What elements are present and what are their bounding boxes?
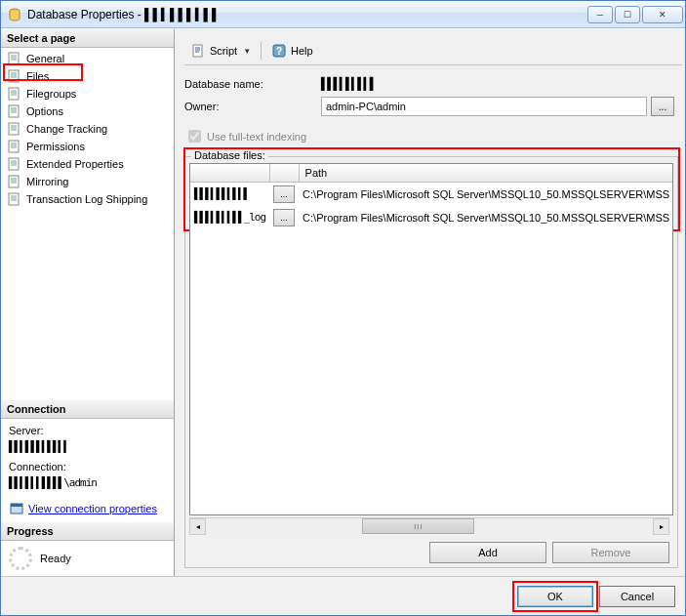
page-icon bbox=[7, 121, 22, 137]
files-table-header: Path bbox=[190, 164, 673, 182]
page-label: Mirroring bbox=[26, 176, 68, 187]
script-label: Script bbox=[210, 45, 237, 57]
svg-rect-8 bbox=[9, 176, 19, 187]
server-label: Server: bbox=[9, 425, 166, 436]
page-label: Transaction Log Shipping bbox=[26, 193, 147, 205]
owner-input[interactable] bbox=[321, 97, 647, 116]
svg-rect-9 bbox=[9, 193, 19, 205]
content-toolbar: Script ▼ ? Help bbox=[184, 37, 682, 65]
cancel-button[interactable]: Cancel bbox=[599, 586, 675, 607]
table-row[interactable]: ▌▌▌▍▌▍▍▌▌_log ... C:\Program Files\Micro… bbox=[190, 206, 673, 229]
page-label: Extended Properties bbox=[26, 158, 124, 170]
page-icon bbox=[7, 103, 22, 119]
scroll-thumb[interactable] bbox=[362, 518, 474, 534]
window-title: Database Properties - ▌▌▍▌▌▌▍▌▌ bbox=[27, 8, 587, 21]
col-path[interactable]: Path bbox=[299, 164, 673, 182]
page-item-filegroups[interactable]: Filegroups bbox=[1, 85, 174, 103]
view-conn-props[interactable]: View connection properties bbox=[9, 501, 166, 516]
database-files-legend: Database files: bbox=[191, 149, 268, 161]
svg-rect-12 bbox=[193, 45, 202, 57]
page-item-general[interactable]: General bbox=[1, 50, 174, 67]
titlebar: Database Properties - ▌▌▍▌▌▌▍▌▌ ─ ☐ ✕ bbox=[1, 1, 685, 28]
help-icon: ? bbox=[271, 43, 287, 59]
dialog-footer: OK Cancel bbox=[1, 576, 685, 615]
svg-rect-2 bbox=[9, 70, 19, 82]
svg-rect-11 bbox=[11, 504, 22, 507]
svg-rect-7 bbox=[9, 158, 19, 170]
svg-text:?: ? bbox=[276, 46, 282, 57]
page-label: Options bbox=[26, 105, 63, 117]
add-button[interactable]: Add bbox=[429, 542, 546, 563]
page-icon bbox=[7, 68, 22, 84]
script-icon bbox=[190, 43, 206, 59]
col-browse[interactable] bbox=[269, 164, 299, 182]
page-label: Files bbox=[26, 70, 49, 82]
connection-label: Connection: bbox=[9, 461, 166, 472]
page-list: General Files Filegroups Options Ch bbox=[1, 48, 174, 210]
horizontal-scrollbar[interactable]: ◂ ▸ bbox=[189, 517, 669, 534]
file-name-cell[interactable]: ▌▌▌▍▌▍▍▌▌_log bbox=[190, 206, 269, 229]
page-icon bbox=[7, 174, 22, 189]
dialog-body: Select a page General Files Filegroups bbox=[1, 28, 685, 576]
page-icon bbox=[7, 86, 22, 102]
server-value: ▌▌▍▌▌▌▍▌▌▍▍ bbox=[9, 440, 166, 453]
grid-actions: Add Remove bbox=[189, 542, 673, 563]
file-browse-cell: ... bbox=[269, 182, 299, 206]
col-name[interactable] bbox=[190, 164, 269, 182]
properties-icon bbox=[9, 501, 24, 516]
toolbar-separator bbox=[261, 42, 262, 60]
help-button[interactable]: ? Help bbox=[267, 41, 317, 61]
page-item-log-shipping[interactable]: Transaction Log Shipping bbox=[1, 190, 174, 208]
file-browse-button[interactable]: ... bbox=[273, 209, 295, 226]
maximize-button[interactable]: ☐ bbox=[615, 6, 640, 23]
page-label: Filegroups bbox=[26, 88, 76, 100]
svg-rect-3 bbox=[9, 88, 19, 100]
page-item-options[interactable]: Options bbox=[1, 103, 174, 120]
fulltext-row: Use full-text indexing bbox=[188, 130, 682, 143]
progress-ring-icon bbox=[9, 547, 32, 570]
page-item-mirroring[interactable]: Mirroring bbox=[1, 173, 174, 190]
dialog-window: Database Properties - ▌▌▍▌▌▌▍▌▌ ─ ☐ ✕ Se… bbox=[0, 0, 686, 616]
page-icon bbox=[7, 156, 22, 172]
scroll-left-icon[interactable]: ◂ bbox=[189, 518, 206, 535]
file-browse-button[interactable]: ... bbox=[273, 185, 295, 203]
page-icon bbox=[7, 51, 22, 66]
file-name-cell[interactable]: ▌▌▌▍▌▌▍▌▍▌ bbox=[190, 182, 269, 206]
progress-body: Ready bbox=[1, 541, 174, 576]
page-label: General bbox=[26, 53, 64, 64]
scroll-right-icon[interactable]: ▸ bbox=[653, 518, 669, 535]
page-item-files[interactable]: Files bbox=[1, 67, 174, 85]
owner-label: Owner: bbox=[184, 101, 321, 112]
db-name-row: Database name: ▌▌▌▍▌▍▌▍▌ bbox=[184, 77, 682, 91]
files-table: Path ▌▌▌▍▌▌▍▌▍▌ ... C:\Program Files\Mic… bbox=[190, 164, 673, 229]
owner-browse-button[interactable]: ... bbox=[651, 97, 674, 116]
file-browse-cell: ... bbox=[269, 206, 299, 229]
table-row[interactable]: ▌▌▌▍▌▌▍▌▍▌ ... C:\Program Files\Microsof… bbox=[190, 182, 673, 206]
help-label: Help bbox=[291, 45, 313, 57]
db-name-value: ▌▌▌▍▌▍▌▍▌ bbox=[321, 77, 376, 91]
connection-section: Connection Server: ▌▌▍▌▌▌▍▌▌▍▍ Connectio… bbox=[1, 400, 174, 576]
view-conn-props-link[interactable]: View connection properties bbox=[28, 503, 157, 514]
script-button[interactable]: Script ▼ bbox=[186, 41, 255, 61]
connection-body: Server: ▌▌▍▌▌▌▍▌▌▍▍ Connection: ▌▌▍▌▍▍▌▌… bbox=[1, 419, 174, 522]
scroll-track[interactable] bbox=[206, 518, 653, 534]
content-panel: Script ▼ ? Help Database name: ▌▌▌▍▌▍▌▍▌… bbox=[175, 29, 685, 576]
page-item-change-tracking[interactable]: Change Tracking bbox=[1, 120, 174, 138]
file-path-cell[interactable]: C:\Program Files\Microsoft SQL Server\MS… bbox=[299, 182, 673, 206]
svg-rect-6 bbox=[9, 141, 19, 152]
connection-value: ▌▌▍▌▍▍▌▌▌▌\admin bbox=[9, 476, 166, 489]
page-item-extended-properties[interactable]: Extended Properties bbox=[1, 155, 174, 173]
file-path-cell[interactable]: C:\Program Files\Microsoft SQL Server\MS… bbox=[299, 206, 673, 229]
close-button[interactable]: ✕ bbox=[642, 6, 683, 23]
fulltext-checkbox bbox=[188, 130, 201, 143]
database-files-fieldset: Database files: Path bbox=[184, 156, 678, 568]
page-item-permissions[interactable]: Permissions bbox=[1, 138, 174, 155]
minimize-button[interactable]: ─ bbox=[587, 6, 613, 23]
select-page-header: Select a page bbox=[1, 29, 174, 48]
ok-button[interactable]: OK bbox=[517, 586, 593, 607]
database-icon bbox=[7, 7, 22, 22]
files-grid[interactable]: Path ▌▌▌▍▌▌▍▌▍▌ ... C:\Program Files\Mic… bbox=[189, 163, 673, 515]
page-icon bbox=[7, 139, 22, 154]
progress-status: Ready bbox=[40, 553, 71, 564]
window-controls: ─ ☐ ✕ bbox=[587, 6, 683, 23]
